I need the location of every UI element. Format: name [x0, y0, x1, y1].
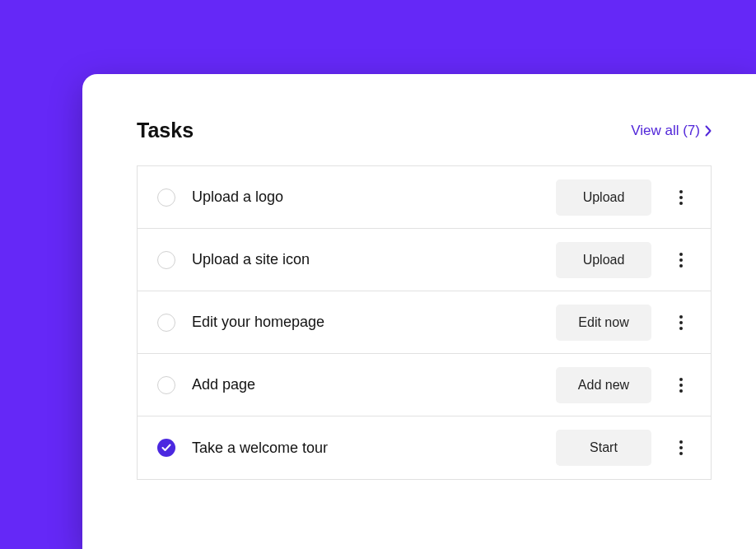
task-label: Upload a logo [192, 188, 556, 206]
checkmark-icon [161, 444, 171, 452]
more-vertical-icon [679, 315, 683, 330]
task-status-incomplete-icon[interactable] [157, 188, 175, 207]
edit-now-button[interactable]: Edit now [556, 305, 651, 341]
svg-point-9 [679, 378, 683, 381]
more-vertical-icon [679, 440, 683, 455]
svg-point-3 [679, 253, 683, 256]
task-label: Upload a site icon [192, 251, 556, 268]
task-row: Upload a site icon Upload [138, 229, 711, 291]
task-row: Upload a logo Upload [138, 166, 711, 229]
add-new-button[interactable]: Add new [556, 367, 651, 403]
svg-point-6 [679, 315, 683, 319]
more-vertical-icon [679, 378, 683, 393]
task-status-incomplete-icon[interactable] [157, 251, 175, 269]
task-row: Take a welcome tour Start [138, 416, 711, 479]
svg-point-0 [679, 190, 683, 193]
start-button[interactable]: Start [556, 430, 651, 466]
svg-point-12 [679, 440, 683, 444]
svg-point-8 [679, 327, 683, 330]
upload-button[interactable]: Upload [556, 179, 651, 216]
task-status-incomplete-icon[interactable] [157, 376, 175, 394]
more-button[interactable] [671, 367, 691, 403]
svg-point-14 [679, 452, 683, 455]
task-row: Add page Add new [138, 354, 711, 416]
view-all-label: View all (7) [631, 123, 700, 139]
task-status-incomplete-icon[interactable] [157, 314, 175, 332]
tasks-title: Tasks [137, 119, 194, 142]
more-button[interactable] [671, 179, 691, 216]
svg-point-2 [679, 202, 683, 205]
svg-point-1 [679, 196, 683, 199]
tasks-card: Tasks View all (7) Upload a logo Upload … [82, 74, 756, 549]
task-status-complete-icon[interactable] [157, 439, 175, 457]
tasks-header: Tasks View all (7) [137, 119, 712, 142]
svg-point-7 [679, 321, 683, 324]
more-button[interactable] [671, 305, 691, 341]
svg-point-5 [679, 264, 683, 268]
more-vertical-icon [679, 253, 683, 268]
task-row: Edit your homepage Edit now [138, 291, 711, 354]
task-label: Edit your homepage [192, 314, 556, 331]
svg-point-13 [679, 446, 683, 449]
svg-point-11 [679, 389, 683, 393]
upload-button[interactable]: Upload [556, 242, 651, 278]
more-button[interactable] [671, 430, 691, 466]
task-label: Add page [192, 376, 556, 393]
chevron-right-icon [705, 125, 712, 137]
task-label: Take a welcome tour [192, 440, 556, 457]
task-list: Upload a logo Upload Upload a site icon … [137, 165, 712, 480]
more-vertical-icon [679, 190, 683, 205]
view-all-link[interactable]: View all (7) [631, 123, 712, 139]
svg-point-10 [679, 384, 683, 387]
svg-point-4 [679, 258, 683, 262]
more-button[interactable] [671, 242, 691, 278]
